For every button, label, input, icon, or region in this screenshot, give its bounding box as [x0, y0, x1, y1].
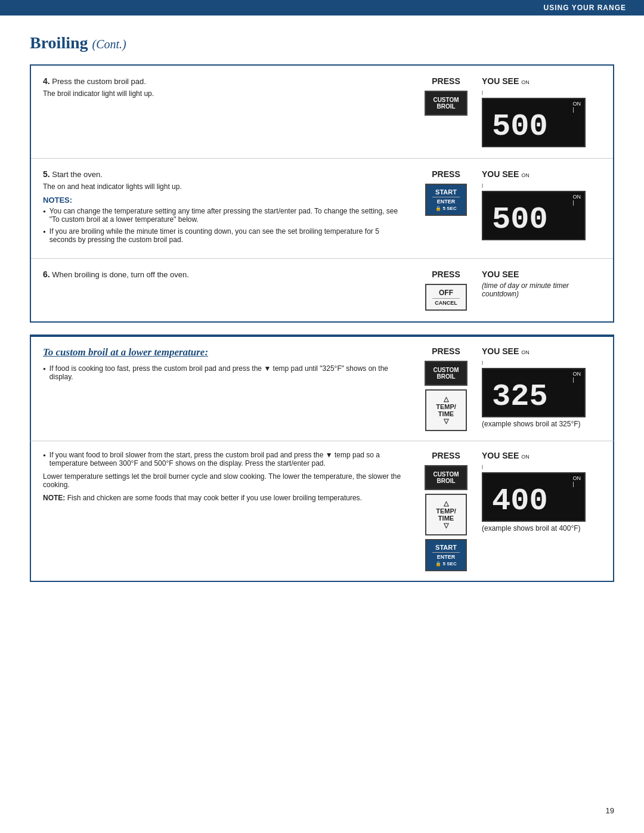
lower1-on-label: ON| [573, 371, 581, 383]
lower2-row: If you want food to broil slower from th… [30, 441, 614, 582]
svg-text:500: 500 [492, 109, 548, 140]
start-enter-button-1[interactable]: START ENTER 🔒 5 SEC [425, 184, 467, 216]
lower-heading-left: To custom broil at a lower temperature: … [43, 346, 404, 385]
step6-number: 6. [43, 270, 50, 279]
step4-led-svg: 500 [489, 104, 578, 140]
content-box: 4. Press the custom broil pad. The broil… [30, 64, 614, 323]
lower2-on-label: ON| [573, 475, 581, 487]
custom-broil-button-3[interactable]: CUSTOMBROIL [425, 465, 467, 490]
step4-number: 4. [43, 76, 50, 86]
step4-row: 4. Press the custom broil pad. The broil… [31, 66, 613, 159]
step6-press-label: PRESS [432, 270, 460, 279]
lower2-note-bold: NOTE: [43, 494, 65, 502]
step5-yousee: YOU SEE ON| ON| 500 [482, 169, 601, 240]
lower2-press-label: PRESS [432, 451, 460, 460]
page-title: Broiling (Cont.) [30, 33, 614, 52]
lower-bullet-1: If food is cooking too fast, press the c… [43, 364, 404, 381]
start-enter-button-2[interactable]: START ENTER 🔒 5 SEC [425, 539, 467, 571]
lower2-buttons: CUSTOMBROIL △ TEMP/ TIME ▽ START ENTER 🔒… [425, 465, 467, 571]
step5-sub: The on and heat indicator lights will li… [43, 182, 398, 191]
temp-time-button-2[interactable]: △ TEMP/ TIME ▽ [425, 494, 467, 535]
notes-label: NOTES: [43, 196, 398, 205]
lower2-note: NOTE: Fish and chicken are some foods th… [43, 494, 404, 502]
lower1-press: PRESS CUSTOMBROIL △ TEMP/ TIME ▽ [410, 346, 482, 431]
lower2-left: If you want food to broil slower from th… [43, 451, 404, 502]
step5-row: 5. Start the oven. The on and heat indic… [31, 159, 613, 259]
step5-instruction: 5. Start the oven. [43, 169, 398, 179]
step5-left: 5. Start the oven. The on and heat indic… [43, 169, 410, 247]
lower2-led-svg: 400 [489, 478, 578, 514]
lower-heading: To custom broil at a lower temperature: [43, 346, 404, 358]
off-cancel-button[interactable]: OFF CANCEL [425, 284, 467, 311]
step6-row: 6. When broiling is done, turn off the o… [31, 259, 613, 321]
lower2-yousee: YOU SEE ON| ON| 400 (example shows broil… [482, 451, 601, 532]
step4-yousee-label: YOU SEE ON| [482, 76, 530, 95]
lower1-yousee-label: YOU SEE ON| [482, 346, 530, 366]
lower2-press: PRESS CUSTOMBROIL △ TEMP/ TIME ▽ START E… [410, 451, 482, 571]
step6-press: PRESS OFF CANCEL [410, 270, 482, 311]
note-1: You can change the temperature setting a… [43, 207, 398, 224]
step4-display: ON| 500 [482, 98, 586, 147]
custom-broil-button-1[interactable]: CUSTOMBROIL [425, 91, 467, 116]
step6-instruction: 6. When broiling is done, turn off the o… [43, 270, 398, 279]
lower2-display: ON| 400 [482, 472, 586, 522]
step6-yousee-label: YOU SEE [482, 270, 519, 279]
lower1-press-label: PRESS [432, 346, 460, 356]
step4-instruction: 4. Press the custom broil pad. [43, 76, 398, 86]
lower2-yousee-label: YOU SEE ON| [482, 451, 530, 470]
step5-led-svg: 500 [489, 197, 578, 233]
step4-press: PRESS CUSTOMBROIL [410, 76, 482, 116]
svg-text:325: 325 [492, 379, 548, 410]
note-2: If you are broiling while the minute tim… [43, 227, 398, 244]
svg-text:400: 400 [492, 484, 548, 514]
step6-left: 6. When broiling is done, turn off the o… [43, 270, 410, 279]
step5-press-label: PRESS [432, 169, 460, 179]
header-title: USING YOUR RANGE [544, 4, 626, 12]
lower2-example: (example shows broil at 400°F) [482, 524, 581, 532]
lower1-yousee: YOU SEE ON| ON| 325 (example shows broil… [482, 346, 601, 428]
page-content: Broiling (Cont.) 4. Press the custom bro… [0, 16, 644, 612]
title-cont: (Cont.) [92, 38, 126, 51]
lower1-display: ON| 325 [482, 368, 586, 417]
step5-number: 5. [43, 169, 50, 179]
header-bar: USING YOUR RANGE [0, 0, 644, 16]
custom-broil-button-2[interactable]: CUSTOMBROIL [425, 361, 467, 386]
step4-sub: The broil indicator light will light up. [43, 89, 398, 98]
lower2-bullet-1: If you want food to broil slower from th… [43, 451, 404, 467]
title-text: Broiling [30, 33, 88, 52]
step5-yousee-label: YOU SEE ON| [482, 169, 530, 188]
lower1-buttons: CUSTOMBROIL △ TEMP/ TIME ▽ [425, 361, 467, 431]
step4-yousee: YOU SEE ON| ON| 500 [482, 76, 601, 147]
step4-left: 4. Press the custom broil pad. The broil… [43, 76, 410, 98]
lower-heading-row: To custom broil at a lower temperature: … [30, 336, 614, 441]
step5-press: PRESS START ENTER 🔒 5 SEC [410, 169, 482, 216]
temp-time-button-1[interactable]: △ TEMP/ TIME ▽ [425, 389, 467, 431]
lower-section: To custom broil at a lower temperature: … [30, 335, 614, 582]
step4-on-label: ON| [573, 101, 581, 113]
lower1-led-svg: 325 [489, 374, 578, 410]
page-number: 19 [606, 806, 614, 815]
svg-text:500: 500 [492, 202, 548, 233]
step4-press-label: PRESS [432, 76, 460, 86]
step6-yousee-text: (time of day or minute timer countdown) [482, 281, 601, 298]
lower1-example: (example shows broil at 325°F) [482, 420, 581, 428]
step6-yousee: YOU SEE (time of day or minute timer cou… [482, 270, 601, 298]
step5-on-label: ON| [573, 194, 581, 206]
step5-display: ON| 500 [482, 191, 586, 240]
lower2-extra-text: Lower temperature settings let the broil… [43, 472, 404, 489]
